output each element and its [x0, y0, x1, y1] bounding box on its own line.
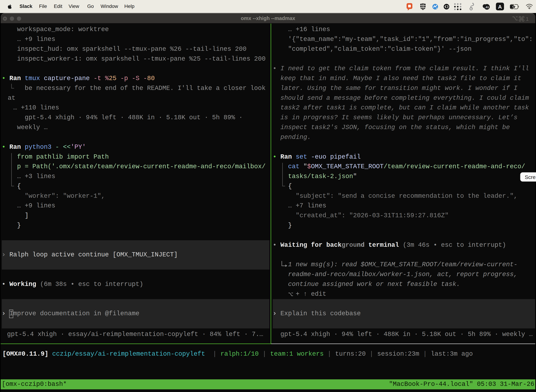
- svg-text:..61: ..61: [484, 6, 489, 9]
- svg-text:1: 1: [526, 16, 529, 22]
